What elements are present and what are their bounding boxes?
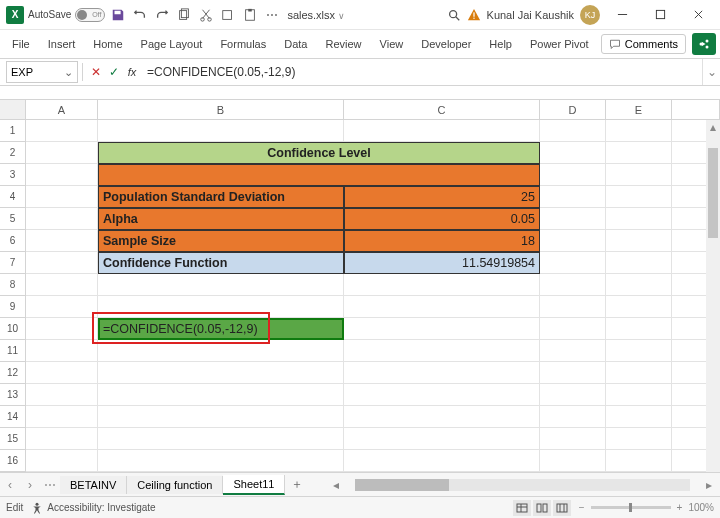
paste-icon[interactable] <box>241 6 259 24</box>
cell-value[interactable]: 0.05 <box>344 208 540 230</box>
cell[interactable] <box>344 406 540 428</box>
search-icon[interactable] <box>445 6 463 24</box>
cell[interactable] <box>26 340 98 362</box>
cut-icon[interactable] <box>197 6 215 24</box>
view-page-break-icon[interactable] <box>553 500 571 516</box>
cell[interactable] <box>606 208 672 230</box>
cell[interactable] <box>26 252 98 274</box>
cell[interactable] <box>540 428 606 450</box>
row-header[interactable]: 2 <box>0 142 26 164</box>
zoom-percent[interactable]: 100% <box>688 502 714 513</box>
tab-page-layout[interactable]: Page Layout <box>133 34 211 54</box>
cell-title[interactable]: Confidence Level <box>98 142 540 164</box>
col-header-E[interactable]: E <box>606 100 672 119</box>
hscroll-left-icon[interactable]: ◂ <box>329 478 343 492</box>
chevron-down-icon[interactable]: ⌄ <box>64 66 73 79</box>
cell[interactable] <box>606 318 672 340</box>
cell[interactable] <box>606 142 672 164</box>
cell[interactable] <box>26 208 98 230</box>
undo-icon[interactable] <box>131 6 149 24</box>
row-header[interactable]: 7 <box>0 252 26 274</box>
formula-input[interactable]: =CONFIDENCE(0.05,-12,9) <box>141 65 702 79</box>
cell[interactable] <box>98 164 540 186</box>
col-header-B[interactable]: B <box>98 100 344 119</box>
row-header[interactable]: 9 <box>0 296 26 318</box>
comments-button[interactable]: Comments <box>601 34 686 54</box>
tab-view[interactable]: View <box>372 34 412 54</box>
cell[interactable] <box>98 450 344 472</box>
cell[interactable] <box>98 362 344 384</box>
tab-review[interactable]: Review <box>317 34 369 54</box>
row-header[interactable]: 8 <box>0 274 26 296</box>
cell[interactable] <box>344 274 540 296</box>
row-header[interactable]: 11 <box>0 340 26 362</box>
cell[interactable] <box>540 340 606 362</box>
row-header[interactable]: 14 <box>0 406 26 428</box>
cell[interactable] <box>606 450 672 472</box>
sheet-tab-sheet11[interactable]: Sheet11 <box>223 475 285 495</box>
cell[interactable] <box>606 406 672 428</box>
row-header[interactable]: 4 <box>0 186 26 208</box>
cell[interactable] <box>98 406 344 428</box>
tab-power-pivot[interactable]: Power Pivot <box>522 34 597 54</box>
cell[interactable] <box>540 208 606 230</box>
cell[interactable] <box>98 384 344 406</box>
cell[interactable] <box>540 142 606 164</box>
cell[interactable] <box>26 164 98 186</box>
cell[interactable] <box>606 384 672 406</box>
cell[interactable] <box>540 120 606 142</box>
tab-developer[interactable]: Developer <box>413 34 479 54</box>
fx-button[interactable]: fx <box>123 66 141 78</box>
cell[interactable] <box>606 120 672 142</box>
hscroll-right-icon[interactable]: ▸ <box>702 478 716 492</box>
sheet-nav-prev-icon[interactable]: ‹ <box>0 478 20 492</box>
cell[interactable] <box>540 252 606 274</box>
cell[interactable] <box>606 230 672 252</box>
cell[interactable] <box>344 450 540 472</box>
cell[interactable] <box>344 120 540 142</box>
filename-label[interactable]: sales.xlsx ∨ <box>287 9 345 21</box>
copy-icon[interactable] <box>175 6 193 24</box>
row-header[interactable]: 6 <box>0 230 26 252</box>
grid-body[interactable]: 1 2Confidence Level 3 4Population Standa… <box>0 120 720 472</box>
cell[interactable] <box>26 186 98 208</box>
share-button[interactable] <box>692 33 716 55</box>
cell[interactable] <box>26 384 98 406</box>
expand-formula-bar-icon[interactable]: ⌄ <box>702 59 720 85</box>
row-header[interactable]: 1 <box>0 120 26 142</box>
cell[interactable] <box>344 428 540 450</box>
cell[interactable] <box>26 318 98 340</box>
cell[interactable] <box>344 384 540 406</box>
zoom-out-button[interactable]: − <box>579 502 585 513</box>
new-sheet-icon[interactable] <box>219 6 237 24</box>
cell-value[interactable]: 18 <box>344 230 540 252</box>
cell-value[interactable]: 11.54919854 <box>344 252 540 274</box>
col-header-rest[interactable] <box>672 100 720 119</box>
cancel-formula-button[interactable]: ✕ <box>87 65 105 79</box>
horizontal-scrollbar[interactable] <box>355 479 690 491</box>
cell[interactable] <box>26 450 98 472</box>
cell[interactable] <box>606 186 672 208</box>
tab-insert[interactable]: Insert <box>40 34 84 54</box>
cell[interactable] <box>606 362 672 384</box>
name-box[interactable]: EXP ⌄ <box>6 61 78 83</box>
cell[interactable] <box>540 274 606 296</box>
col-header-C[interactable]: C <box>344 100 540 119</box>
cell[interactable] <box>344 340 540 362</box>
autosave-toggle[interactable]: AutoSave Off <box>28 8 105 22</box>
toggle-off-icon[interactable]: Off <box>75 8 105 22</box>
row-header[interactable]: 12 <box>0 362 26 384</box>
scrollbar-thumb[interactable] <box>355 479 449 491</box>
close-button[interactable] <box>682 3 714 27</box>
col-header-A[interactable]: A <box>26 100 98 119</box>
cell-value[interactable]: 25 <box>344 186 540 208</box>
maximize-button[interactable] <box>644 3 676 27</box>
cell[interactable] <box>606 274 672 296</box>
cell[interactable] <box>606 296 672 318</box>
cell[interactable] <box>26 142 98 164</box>
cell[interactable] <box>26 362 98 384</box>
tab-formulas[interactable]: Formulas <box>212 34 274 54</box>
cell[interactable] <box>26 428 98 450</box>
cell[interactable] <box>26 296 98 318</box>
cell[interactable] <box>540 164 606 186</box>
